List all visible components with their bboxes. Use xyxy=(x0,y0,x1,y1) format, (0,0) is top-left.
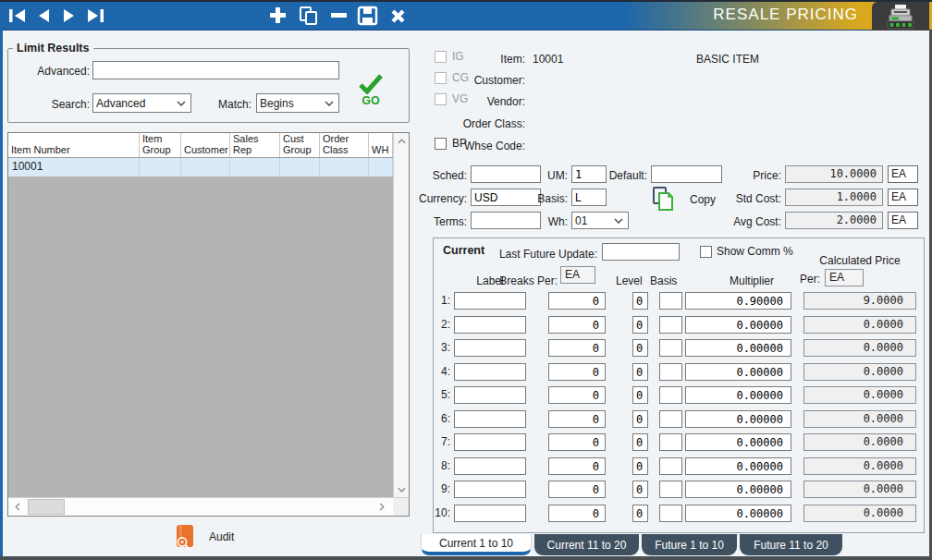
wh-label: Wh: xyxy=(518,213,568,231)
row-basis-input[interactable] xyxy=(659,505,682,522)
scrollbar-corner xyxy=(393,498,409,516)
row-label-input[interactable] xyxy=(454,316,526,334)
um-label: UM: xyxy=(518,166,568,185)
row-level-input[interactable] xyxy=(632,339,648,357)
row-breaks-input[interactable] xyxy=(548,316,606,334)
row-calculated-price: 0.0000 xyxy=(803,505,916,522)
last-future-update-input[interactable] xyxy=(602,243,680,261)
wh-select[interactable]: 01 xyxy=(571,212,629,229)
column-header-order-class[interactable]: Order Class xyxy=(320,133,369,157)
row-basis-input[interactable] xyxy=(659,410,682,428)
last-record-button[interactable] xyxy=(83,4,107,27)
search-label: Search: xyxy=(7,95,90,114)
row-multiplier-input[interactable] xyxy=(685,481,791,498)
row-breaks-input[interactable] xyxy=(548,363,606,381)
cell-item-group xyxy=(140,158,181,177)
row-breaks-input[interactable] xyxy=(548,433,606,451)
row-label-input[interactable] xyxy=(454,433,526,451)
first-record-button[interactable] xyxy=(6,4,30,27)
column-header-item-group[interactable]: Item Group xyxy=(140,133,181,157)
remove-record-button[interactable] xyxy=(326,4,350,27)
row-label-input[interactable] xyxy=(454,292,526,310)
basis-input[interactable] xyxy=(571,189,607,206)
row-breaks-input[interactable] xyxy=(548,386,606,404)
horizontal-scroll-thumb[interactable] xyxy=(28,499,65,515)
row-level-input[interactable] xyxy=(632,316,648,334)
row-level-input[interactable] xyxy=(632,433,648,451)
row-basis-input[interactable] xyxy=(659,363,682,381)
show-comm-checkbox[interactable] xyxy=(700,246,712,258)
row-breaks-input[interactable] xyxy=(548,457,606,475)
cancel-button[interactable] xyxy=(386,4,410,27)
row-label-input[interactable] xyxy=(454,505,526,522)
search-select[interactable]: Advanced xyxy=(92,93,191,113)
row-level-input[interactable] xyxy=(632,363,648,381)
row-basis-input[interactable] xyxy=(659,457,682,475)
row-basis-input[interactable] xyxy=(659,481,682,498)
row-basis-input[interactable] xyxy=(659,339,682,357)
first-record-icon xyxy=(7,8,28,23)
match-select[interactable]: Begins xyxy=(256,93,339,113)
row-basis-input[interactable] xyxy=(659,433,682,451)
copy-record-button[interactable] xyxy=(296,4,320,27)
row-basis-input[interactable] xyxy=(659,316,682,334)
table-row-selected[interactable]: 10001 xyxy=(8,158,393,177)
row-level-input[interactable] xyxy=(632,410,648,428)
row-level-input[interactable] xyxy=(632,505,648,522)
tab-current-11-20[interactable]: Current 11 to 20 xyxy=(534,534,639,555)
row-label-input[interactable] xyxy=(454,386,526,404)
tab-future-1-10[interactable]: Future 1 to 10 xyxy=(642,534,737,555)
row-multiplier-input[interactable] xyxy=(685,386,791,404)
add-record-button[interactable] xyxy=(265,4,289,27)
row-multiplier-input[interactable] xyxy=(685,505,791,522)
row-breaks-input[interactable] xyxy=(548,505,606,522)
row-breaks-input[interactable] xyxy=(548,292,606,310)
scroll-right-button[interactable] xyxy=(373,498,391,516)
advanced-input[interactable] xyxy=(92,61,339,79)
row-breaks-input[interactable] xyxy=(548,481,606,498)
um-input[interactable] xyxy=(571,165,607,183)
vendor-label: Vendor: xyxy=(425,92,525,111)
row-level-input[interactable] xyxy=(632,481,648,498)
row-multiplier-input[interactable] xyxy=(685,363,791,381)
column-header-customer[interactable]: Customer xyxy=(181,133,230,157)
column-header-wh[interactable]: WH xyxy=(369,133,393,157)
row-multiplier-input[interactable] xyxy=(685,433,791,451)
level-column-header: Level xyxy=(616,272,643,290)
row-level-input[interactable] xyxy=(632,457,648,475)
row-multiplier-input[interactable] xyxy=(685,457,791,475)
row-multiplier-input[interactable] xyxy=(685,316,791,334)
row-label-input[interactable] xyxy=(454,363,526,381)
scroll-down-button[interactable] xyxy=(394,481,409,497)
column-header-sales-rep[interactable]: Sales Rep xyxy=(230,133,280,157)
next-record-button[interactable] xyxy=(57,4,81,27)
column-header-cust-group[interactable]: Cust Group xyxy=(280,133,320,157)
scroll-left-button[interactable] xyxy=(8,498,27,516)
row-multiplier-input[interactable] xyxy=(685,292,791,310)
copy-button[interactable]: Copy xyxy=(652,187,716,212)
row-label-input[interactable] xyxy=(454,481,526,498)
audit-button[interactable]: Audit xyxy=(174,524,234,550)
row-multiplier-input[interactable] xyxy=(685,339,791,357)
row-breaks-input[interactable] xyxy=(548,339,606,357)
row-label-input[interactable] xyxy=(454,410,526,428)
row-basis-input[interactable] xyxy=(659,292,682,310)
row-level-input[interactable] xyxy=(632,292,648,310)
row-label-input[interactable] xyxy=(454,339,526,357)
horizontal-scrollbar[interactable] xyxy=(8,497,409,516)
vertical-scrollbar[interactable] xyxy=(393,133,409,497)
column-header-item-number[interactable]: Item Number xyxy=(8,133,140,157)
previous-record-button[interactable] xyxy=(31,4,55,27)
row-label-input[interactable] xyxy=(454,457,526,475)
row-multiplier-input[interactable] xyxy=(685,410,791,428)
scroll-up-button[interactable] xyxy=(394,133,409,149)
save-record-button[interactable] xyxy=(355,4,379,27)
tab-future-11-20[interactable]: Future 11 to 20 xyxy=(740,534,842,555)
row-breaks-input[interactable] xyxy=(548,410,606,428)
go-button[interactable]: GO xyxy=(355,74,386,113)
cell-cust-group xyxy=(280,158,320,177)
main-toolbar: RESALE PRICING xyxy=(0,0,932,30)
row-basis-input[interactable] xyxy=(659,386,682,404)
row-level-input[interactable] xyxy=(632,386,648,404)
tab-current-1-10[interactable]: Current 1 to 10 xyxy=(421,534,532,555)
